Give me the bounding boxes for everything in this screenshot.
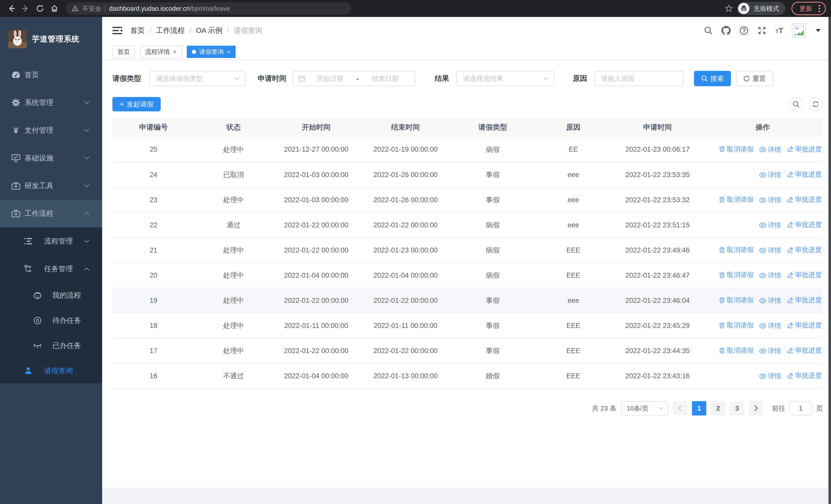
action-cancel-leave[interactable]: 取消请假 (719, 296, 753, 305)
page-scrollbar[interactable] (828, 17, 831, 504)
page-button-1[interactable]: 1 (692, 401, 706, 415)
create-leave-button[interactable]: + 发起请假 (112, 97, 161, 111)
apply-time-range-input[interactable]: 开始日期 - 结束日期 (292, 71, 415, 86)
eye-closed-icon (33, 343, 42, 349)
sidebar-item-process-mgmt[interactable]: 流程管理 (0, 227, 102, 255)
github-icon[interactable] (721, 26, 730, 35)
browser-forward-icon[interactable] (20, 2, 32, 14)
action-cancel-leave[interactable]: 取消请假 (719, 145, 753, 154)
action-label: 取消请假 (727, 346, 753, 355)
browser-chrome: 不安全 dashboard.yudao.iocoder.cn/bpm/oa/le… (0, 0, 831, 17)
breadcrumb-item[interactable]: 工作流程 (156, 26, 185, 35)
action-approval-progress[interactable]: 审批进度 (787, 321, 822, 330)
reset-button[interactable]: 重置 (736, 71, 773, 86)
sidebar-item-done-tasks[interactable]: 已办任务 (0, 333, 102, 358)
action-label: 审批进度 (795, 145, 822, 154)
security-warning-icon (72, 5, 79, 12)
search-icon[interactable] (704, 26, 713, 35)
action-approval-progress[interactable]: 审批进度 (787, 170, 822, 179)
prev-page-button[interactable] (673, 401, 687, 415)
leave-type-select[interactable]: 请选择请假类型 (149, 71, 245, 86)
help-icon[interactable] (739, 26, 749, 35)
browser-update-button[interactable]: 更新 (792, 2, 826, 15)
action-cancel-leave[interactable]: 取消请假 (719, 270, 753, 279)
action-approval-progress[interactable]: 审批进度 (787, 145, 822, 154)
sidebar-item-leave-query[interactable]: 请假查询 (0, 358, 102, 383)
sidebar-item-devtools[interactable]: 研发工具 (0, 172, 102, 200)
tab-process-detail[interactable]: 流程详情× (140, 46, 182, 58)
close-tab-icon[interactable]: × (227, 49, 230, 55)
action-approval-progress[interactable]: 审批进度 (787, 220, 822, 229)
action-approval-progress[interactable]: 审批进度 (787, 245, 822, 254)
action-cancel-leave[interactable]: 取消请假 (719, 245, 753, 254)
tab-leave-query[interactable]: 请假查询× (187, 46, 236, 58)
sidebar-item-task-mgmt[interactable]: 任务管理 (0, 255, 102, 283)
table-header-row: 申请编号状态开始时间结束时间请假类型原因申请时间操作 (112, 118, 823, 137)
goto-page-input[interactable]: 1 (790, 401, 812, 415)
table-row: 23处理中2022-01-03 00:00:002022-01-26 00:00… (112, 187, 823, 212)
action-view-detail[interactable]: 详情 (759, 221, 781, 230)
action-view-detail[interactable]: 详情 (759, 296, 781, 305)
table-column-header: 申请编号 (112, 118, 195, 137)
cell-leave-type: 婚假 (451, 363, 534, 388)
bookmark-star-icon[interactable] (723, 2, 735, 14)
browser-back-icon[interactable] (5, 2, 18, 14)
action-view-detail[interactable]: 详情 (759, 246, 781, 255)
address-bar[interactable]: 不安全 dashboard.yudao.iocoder.cn/bpm/oa/le… (66, 2, 351, 14)
sidebar-item-home[interactable]: 首页 (0, 61, 102, 89)
avatar-chevron-down-icon[interactable] (815, 29, 821, 32)
action-view-detail[interactable]: 详情 (759, 271, 781, 280)
page-button-3[interactable]: 3 (730, 401, 744, 415)
action-approval-progress[interactable]: 审批进度 (787, 371, 822, 380)
action-approval-progress[interactable]: 审批进度 (787, 296, 822, 305)
table-search-icon[interactable] (789, 97, 803, 111)
fullscreen-icon[interactable] (757, 26, 767, 35)
cell-apply-time: 2022-01-22 23:51:15 (612, 212, 703, 238)
cell-actions: 取消请假详情审批进度 (703, 137, 823, 162)
action-cancel-leave[interactable]: 取消请假 (719, 321, 753, 330)
page-size-select[interactable]: 10条/页 (621, 401, 668, 415)
action-view-detail[interactable]: 详情 (759, 145, 781, 154)
tab-home[interactable]: 首页 (112, 46, 135, 58)
next-page-button[interactable] (749, 401, 763, 415)
sidebar: 芋道管理系统 首页系统管理¥支付管理基础设施研发工具工作流程 流程管理任务管理我… (0, 17, 102, 504)
breadcrumb-item[interactable]: 首页 (131, 26, 145, 35)
font-size-icon[interactable]: TT (775, 27, 783, 34)
sidebar-item-payment[interactable]: ¥支付管理 (0, 117, 102, 144)
breadcrumb-item[interactable]: OA 示例 (196, 26, 223, 35)
incognito-badge[interactable]: 无痕模式 (737, 2, 785, 15)
reason-input[interactable]: 请输入原因 (594, 71, 684, 86)
action-view-detail[interactable]: 详情 (759, 170, 781, 179)
sidebar-item-label: 任务管理 (44, 264, 73, 274)
action-approval-progress[interactable]: 审批进度 (787, 270, 822, 279)
user-avatar[interactable] (792, 24, 806, 37)
action-approval-progress[interactable]: 审批进度 (787, 195, 822, 204)
collapse-sidebar-icon[interactable] (112, 26, 122, 35)
table-column-header: 申请时间 (612, 118, 703, 137)
goto-label: 前往 (772, 404, 785, 413)
table-refresh-icon[interactable] (808, 97, 823, 111)
browser-menu-dots-icon[interactable] (819, 4, 821, 12)
browser-reload-icon[interactable] (34, 2, 46, 14)
sidebar-item-system[interactable]: 系统管理 (0, 89, 102, 117)
sidebar-item-workflow[interactable]: 工作流程 (0, 200, 102, 227)
close-tab-icon[interactable]: × (173, 49, 177, 55)
action-cancel-leave[interactable]: 取消请假 (719, 195, 753, 204)
action-view-detail[interactable]: 详情 (759, 372, 781, 381)
page-button-2[interactable]: 2 (711, 401, 725, 415)
sidebar-item-my-process[interactable]: 我的流程 (0, 283, 102, 308)
cell-id: 25 (112, 137, 195, 162)
browser-home-icon[interactable] (48, 2, 61, 14)
sidebar-item-infra[interactable]: 基础设施 (0, 144, 102, 172)
action-view-detail[interactable]: 详情 (759, 347, 781, 355)
action-view-detail[interactable]: 详情 (759, 321, 781, 330)
action-approval-progress[interactable]: 审批进度 (787, 346, 822, 355)
cell-start-time: 2022-01-04 00:00:00 (273, 363, 360, 388)
cell-apply-time: 2022-01-22 23:49:46 (612, 238, 703, 263)
result-select[interactable]: 请选择流结果 (456, 71, 554, 86)
action-view-detail[interactable]: 详情 (759, 196, 781, 205)
action-cancel-leave[interactable]: 取消请假 (719, 346, 753, 355)
sidebar-item-todo-tasks[interactable]: 待办任务 (0, 308, 102, 333)
breadcrumb-separator: / (190, 26, 192, 35)
search-button[interactable]: 搜索 (694, 71, 731, 86)
